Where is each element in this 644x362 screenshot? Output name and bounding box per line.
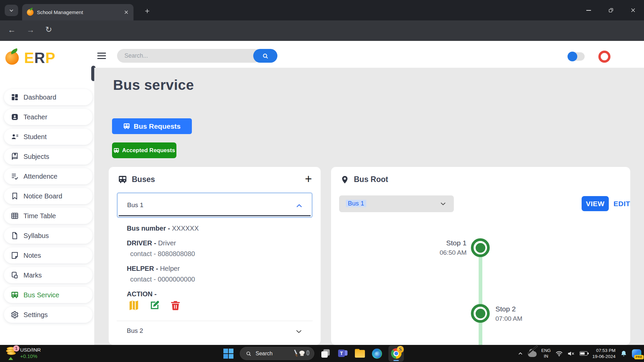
app-logo: ERP [5, 50, 56, 66]
clock[interactable]: 07:53 PM19-06-2024 [592, 348, 615, 359]
wifi-icon[interactable] [555, 351, 563, 357]
bookmark-icon [11, 192, 19, 200]
bus2-name: Bus 2 [127, 327, 143, 335]
tab-title: School Management [37, 9, 120, 15]
checklist-icon [11, 172, 19, 180]
new-tab-button[interactable] [142, 6, 152, 16]
file-explorer-button[interactable] [354, 348, 366, 359]
tab-close-icon[interactable] [124, 10, 129, 15]
stop2-label: Stop 2 07:00 AM [495, 305, 571, 322]
helper-contact-line: contact - 0000000000 [130, 276, 195, 283]
student-icon [11, 133, 19, 141]
taskbar-search[interactable]: Search [240, 347, 314, 360]
sidebar-item-bus-service[interactable]: Bus Service [4, 287, 93, 303]
edge-icon [372, 349, 382, 359]
forward-button[interactable]: → [25, 26, 36, 36]
bus-requests-button[interactable]: Bus Requests [112, 118, 192, 134]
sidebar-item-dashboard[interactable]: Dashboard [4, 89, 93, 105]
gear-icon [11, 311, 19, 319]
chrome-browser-button[interactable]: S [388, 346, 404, 362]
sidebar-item-notes[interactable]: Notes [4, 247, 93, 263]
map-icon[interactable] [128, 300, 140, 311]
search-input[interactable] [117, 49, 261, 63]
onedrive-paused-icon[interactable] [528, 351, 537, 357]
divider [117, 321, 313, 321]
dashboard-icon [11, 93, 19, 101]
close-button[interactable] [622, 0, 644, 20]
sidebar: ERP Dashboard Teacher Student Subjects A… [0, 41, 94, 345]
theme-toggle[interactable] [568, 52, 585, 61]
chevron-down-icon [440, 200, 446, 207]
bus-root-panel: Bus Root Bus 1 VIEW EDIT Stop 1 06:50 AM… [331, 167, 630, 345]
stop2-marker[interactable] [471, 304, 490, 323]
restore-button[interactable] [600, 0, 622, 20]
sidebar-item-student[interactable]: Student [4, 129, 93, 145]
task-view-button[interactable] [320, 348, 331, 359]
window-controls [578, 0, 644, 20]
sidebar-item-marks[interactable]: Marks [4, 267, 93, 283]
bus1-accordion-header[interactable]: Bus 1 [117, 192, 313, 218]
add-bus-button[interactable]: + [305, 173, 312, 185]
reload-button[interactable]: ↻ [44, 25, 54, 36]
app-search [117, 49, 277, 63]
record-circle-icon[interactable] [598, 51, 610, 63]
copilot-icon[interactable]: PRE [632, 349, 641, 358]
tray-chevron-up-icon[interactable] [518, 351, 523, 356]
table-grid-icon [11, 212, 19, 220]
chevron-down-icon [295, 328, 303, 335]
bus-icon [113, 147, 119, 154]
copilot-pre-badge: PRE [634, 355, 644, 359]
view-button[interactable]: VIEW [582, 196, 609, 211]
stop1-label: Stop 1 06:50 AM [391, 239, 467, 256]
book-icon [11, 153, 19, 161]
action-line: ACTION - [127, 290, 157, 298]
bus2-accordion-header[interactable]: Bus 2 [127, 324, 303, 339]
delete-icon[interactable] [170, 300, 181, 311]
bus-select-dropdown[interactable]: Bus 1 [339, 195, 454, 212]
edge-browser-button[interactable] [371, 348, 383, 359]
back-button[interactable]: ← [7, 26, 17, 36]
sidebar-item-time-table[interactable]: Time Table [4, 208, 93, 224]
battery-icon[interactable] [580, 351, 588, 356]
sidebar-item-syllabus[interactable]: Syllabus [4, 228, 93, 244]
driver-line: DRIVER - Driver [127, 239, 176, 247]
sidebar-item-attendence[interactable]: Attendence [4, 168, 93, 184]
language-indicator[interactable]: ENGIN [541, 348, 551, 359]
sidebar-nav: Dashboard Teacher Student Subjects Atten… [4, 89, 93, 323]
cooking-doodle-icon [292, 349, 310, 358]
accepted-requests-button[interactable]: Accepted Requests [112, 142, 176, 158]
app-header [0, 41, 644, 68]
sidebar-item-settings[interactable]: Settings [4, 307, 93, 323]
route-timeline-line [479, 248, 482, 345]
bus-icon [118, 175, 127, 184]
edit-icon[interactable] [149, 300, 160, 311]
taskbar-stock-widget[interactable]: 1 USD/INR +0.10% [6, 346, 41, 360]
search-button[interactable] [253, 49, 277, 63]
browser-tab[interactable]: School Management [22, 4, 133, 20]
notification-bell-icon[interactable] [620, 350, 627, 357]
toggle-knob [568, 52, 577, 61]
stop1-marker[interactable] [471, 238, 490, 257]
chevron-down-icon [9, 8, 14, 13]
teams-app-button[interactable]: T [337, 348, 348, 359]
tab-search-button[interactable] [5, 5, 18, 16]
bus1-actions [128, 300, 181, 311]
minimize-button[interactable] [578, 0, 600, 20]
buses-panel-title: Buses [132, 175, 155, 184]
minimize-icon [586, 10, 591, 11]
start-button[interactable] [223, 348, 234, 359]
sidebar-item-notice-board[interactable]: Notice Board [4, 188, 93, 204]
clipboard-copy-icon [11, 271, 19, 279]
up-arrow-icon [8, 357, 13, 360]
sidebar-item-subjects[interactable]: Subjects [4, 148, 93, 165]
sidebar-item-teacher[interactable]: Teacher [4, 109, 93, 125]
sidebar-toggle-button[interactable] [97, 53, 106, 59]
taskbar-search-label: Search [256, 351, 288, 357]
buses-panel: Buses + Bus 1 Bus number - XXXXXX DRIVER… [109, 167, 321, 345]
location-pin-icon [340, 175, 349, 184]
search-icon [262, 53, 269, 59]
volume-muted-icon[interactable] [568, 351, 575, 357]
edit-button[interactable]: EDIT [613, 196, 630, 211]
chevron-up-icon [296, 202, 303, 209]
windows-logo-icon [223, 349, 233, 359]
